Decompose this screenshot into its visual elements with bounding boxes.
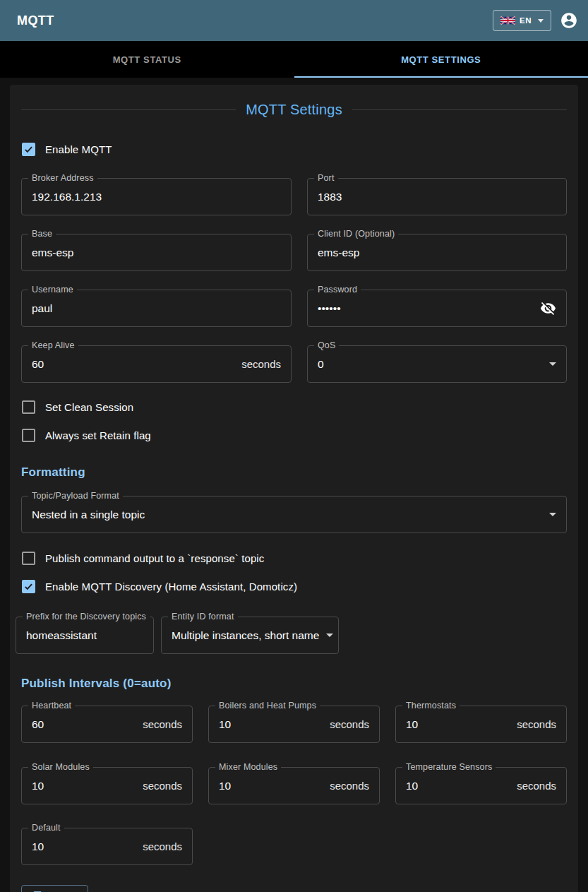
qos-select[interactable]: QoS 0 bbox=[307, 345, 567, 383]
field-value: 192.168.1.213 bbox=[32, 191, 281, 203]
language-label: EN bbox=[520, 16, 532, 25]
field-value: 10 bbox=[32, 840, 143, 853]
interval-field-boilers[interactable]: Boilers and Heat Pumps 10 seconds bbox=[208, 706, 380, 743]
mqtt-discovery-checkbox[interactable] bbox=[22, 580, 35, 593]
publish-response-row: Publish command output to a `response` t… bbox=[22, 550, 567, 566]
field-unit: seconds bbox=[143, 718, 182, 730]
field-value: 60 bbox=[32, 358, 241, 371]
interval-field-thermostats[interactable]: Thermostats 10 seconds bbox=[395, 706, 567, 743]
card-title: MQTT Settings bbox=[246, 102, 342, 118]
publish-response-checkbox[interactable] bbox=[22, 552, 35, 565]
chevron-down-icon bbox=[326, 634, 333, 637]
field-value: ems-esp bbox=[318, 246, 556, 259]
field-value: Nested in a single topic bbox=[32, 509, 542, 521]
formatting-heading: Formatting bbox=[21, 465, 567, 480]
field-unit: seconds bbox=[143, 840, 182, 852]
publish-response-label: Publish command output to a `response` t… bbox=[45, 552, 264, 564]
intervals-grid: Heartbeat 60 seconds Boilers and Heat Pu… bbox=[21, 706, 567, 804]
chevron-down-icon bbox=[549, 362, 556, 366]
divider-line bbox=[21, 109, 236, 110]
field-label: Topic/Payload Format bbox=[28, 491, 123, 501]
field-unit: seconds bbox=[241, 358, 281, 370]
card-title-divider: MQTT Settings bbox=[21, 102, 567, 118]
field-value: ems-esp bbox=[32, 246, 281, 259]
base-field[interactable]: Base ems-esp bbox=[21, 234, 292, 271]
field-value: 10 bbox=[219, 780, 330, 792]
field-value: 10 bbox=[406, 780, 517, 792]
field-label: Broker Address bbox=[28, 173, 97, 183]
interval-field-temperature[interactable]: Temperature Sensors 10 seconds bbox=[395, 767, 567, 804]
field-row: Base ems-esp Client ID (Optional) ems-es… bbox=[21, 234, 567, 271]
uk-flag-icon bbox=[500, 16, 515, 25]
save-icon bbox=[32, 890, 44, 892]
main-content: MQTT Settings Enable MQTT Broker Address… bbox=[0, 78, 588, 892]
field-value: 60 bbox=[32, 718, 143, 731]
page-title: MQTT bbox=[17, 13, 54, 28]
field-value: 10 bbox=[406, 718, 517, 731]
field-value: 0 bbox=[318, 358, 542, 371]
field-unit: seconds bbox=[517, 718, 556, 730]
tab-mqtt-settings[interactable]: MQTT SETTINGS bbox=[294, 41, 588, 78]
appbar-actions: EN bbox=[493, 10, 578, 31]
interval-field-mixer[interactable]: Mixer Modules 10 seconds bbox=[208, 767, 380, 804]
field-value: •••••• bbox=[318, 302, 533, 315]
discovery-fields-row: Prefix for the Discovery topics homeassi… bbox=[16, 617, 567, 654]
field-value: 10 bbox=[219, 718, 330, 731]
save-button[interactable]: SAVE bbox=[21, 885, 88, 892]
entity-id-format-select[interactable]: Multiple instances, short name Entity ID… bbox=[161, 617, 339, 654]
field-value: Multiple instances, short name bbox=[172, 629, 319, 642]
publish-intervals-heading: Publish Intervals (0=auto) bbox=[21, 677, 567, 691]
tab-mqtt-status[interactable]: MQTT STATUS bbox=[0, 41, 294, 78]
field-label: QoS bbox=[314, 340, 339, 350]
clean-session-checkbox[interactable] bbox=[22, 400, 35, 414]
keep-alive-field[interactable]: Keep Alive 60 seconds bbox=[21, 345, 292, 383]
divider-line bbox=[352, 109, 567, 110]
field-value: homeassistant bbox=[26, 629, 143, 642]
field-value: paul bbox=[32, 302, 281, 315]
field-row: Broker Address 192.168.1.213 Port 1883 bbox=[21, 178, 567, 215]
field-label: Boilers and Heat Pumps bbox=[215, 701, 320, 710]
broker-address-field[interactable]: Broker Address 192.168.1.213 bbox=[21, 178, 292, 215]
mqtt-discovery-label: Enable MQTT Discovery (Home Assistant, D… bbox=[45, 581, 297, 593]
language-selector[interactable]: EN bbox=[493, 10, 551, 31]
discovery-prefix-field[interactable]: Prefix for the Discovery topics homeassi… bbox=[16, 617, 154, 654]
mqtt-discovery-row: Enable MQTT Discovery (Home Assistant, D… bbox=[22, 578, 567, 594]
account-button[interactable] bbox=[560, 11, 578, 30]
enable-mqtt-checkbox[interactable] bbox=[22, 143, 35, 156]
port-field[interactable]: Port 1883 bbox=[307, 178, 567, 215]
field-label: Heartbeat bbox=[28, 701, 75, 710]
retain-flag-label: Always set Retain flag bbox=[45, 429, 151, 441]
field-label: Base bbox=[28, 229, 56, 239]
field-label: Client ID (Optional) bbox=[314, 229, 398, 239]
settings-card: MQTT Settings Enable MQTT Broker Address… bbox=[10, 85, 578, 892]
field-value: 10 bbox=[32, 780, 143, 792]
retain-flag-checkbox[interactable] bbox=[22, 429, 35, 442]
visibility-off-icon[interactable] bbox=[540, 300, 556, 316]
field-label: Username bbox=[28, 285, 77, 295]
password-field[interactable]: Password •••••• bbox=[307, 290, 567, 327]
interval-field-heartbeat[interactable]: Heartbeat 60 seconds bbox=[21, 706, 193, 743]
client-id-field[interactable]: Client ID (Optional) ems-esp bbox=[307, 234, 567, 271]
field-row: Keep Alive 60 seconds QoS 0 bbox=[21, 345, 567, 383]
topic-format-select[interactable]: Topic/Payload Format Nested in a single … bbox=[21, 496, 567, 533]
check-icon bbox=[23, 581, 34, 592]
field-label: Temperature Sensors bbox=[402, 762, 496, 772]
field-unit: seconds bbox=[143, 780, 182, 792]
check-icon bbox=[23, 144, 34, 155]
enable-mqtt-label: Enable MQTT bbox=[45, 143, 112, 155]
retain-flag-row: Always set Retain flag bbox=[22, 427, 567, 443]
field-label: Thermostats bbox=[402, 701, 460, 710]
field-label: Prefix for the Discovery topics bbox=[23, 612, 150, 622]
field-label: Default bbox=[28, 823, 64, 833]
chevron-down-icon bbox=[549, 513, 556, 516]
interval-field-default[interactable]: Default 10 seconds bbox=[21, 828, 193, 865]
field-label: Port bbox=[314, 173, 338, 183]
field-label: Solar Modules bbox=[28, 762, 93, 772]
chevron-down-icon bbox=[538, 19, 544, 23]
field-label: Entity ID format bbox=[168, 612, 238, 622]
account-circle-icon bbox=[560, 11, 578, 30]
username-field[interactable]: Username paul bbox=[21, 290, 292, 327]
interval-field-solar[interactable]: Solar Modules 10 seconds bbox=[21, 767, 193, 804]
app-header: MQTT EN bbox=[0, 0, 588, 41]
clean-session-row: Set Clean Session bbox=[22, 399, 567, 415]
